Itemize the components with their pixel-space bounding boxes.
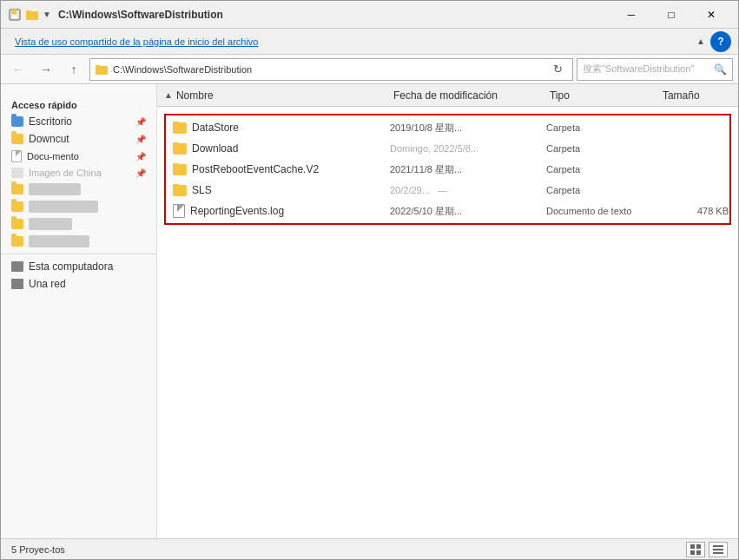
search-bar[interactable]: 搜索"SoftwareDistribution" 🔍 — [577, 58, 733, 81]
table-row[interactable]: Download Domingo, 2022/5/8... Carpeta — [166, 138, 729, 159]
address-bar[interactable]: C:\Windows\SoftwareDistribution ↻ — [89, 58, 573, 81]
blurred-text-1: ████ — [29, 183, 81, 195]
view-tiles-button[interactable] — [686, 542, 705, 557]
file-type: Carpeta — [546, 122, 659, 133]
quick-save-icon[interactable] — [8, 8, 22, 22]
sidebar-blurred-2[interactable]: ████ ██ — [1, 198, 156, 215]
table-row[interactable]: ReportingEvents.log 2022/5/10 星期... Docu… — [166, 201, 729, 221]
file-name: PostRebootEventCache.V2 — [192, 163, 319, 175]
help-button[interactable]: ? — [710, 31, 731, 52]
svg-rect-7 — [713, 545, 723, 547]
column-type[interactable]: Tipo — [550, 89, 663, 102]
folder-icon — [173, 122, 187, 134]
folder-icon — [173, 164, 187, 175]
file-type: Carpeta — [546, 164, 659, 175]
blurred-folder-icon-4 — [11, 236, 23, 247]
view-list-button[interactable] — [709, 542, 728, 557]
svg-rect-1 — [11, 10, 16, 14]
window-controls: ─ □ ✕ — [611, 1, 731, 29]
pin-icon-images: 📌 — [135, 168, 146, 178]
forward-button[interactable]: → — [34, 57, 58, 82]
column-size[interactable]: Tamaño — [663, 89, 732, 102]
folder-icon — [173, 143, 187, 155]
ribbon-expand: ▲ ? — [696, 31, 731, 52]
svg-rect-3 — [690, 544, 695, 549]
images-icon — [11, 168, 23, 178]
column-date[interactable]: Fecha de modificación — [393, 89, 550, 102]
file-name: SLS — [192, 184, 212, 196]
sidebar-item-network[interactable]: Una red — [1, 275, 156, 293]
navigation-bar: ← → ↑ C:\Windows\SoftwareDistribution ↻ … — [1, 55, 738, 84]
file-name-cell: DataStore — [173, 122, 390, 134]
sidebar-item-documents[interactable]: Docu-mento 📌 — [1, 148, 156, 165]
sidebar: Acceso rápido Escritorio 📌 Downcut 📌 Doc… — [1, 84, 157, 538]
desktop-label: Escritorio — [29, 115, 72, 128]
minimize-button[interactable]: ─ — [611, 1, 651, 29]
file-name-cell: ReportingEvents.log — [173, 204, 390, 218]
sidebar-item-downcut[interactable]: Downcut 📌 — [1, 130, 156, 148]
column-headers: ▲ Nombre Fecha de modificación Tipo Tama… — [157, 84, 738, 107]
sort-button[interactable]: ▲ — [164, 89, 173, 102]
status-bar: 5 Proyec-tos — [1, 538, 738, 559]
table-row[interactable]: SLS 20/2/29... — Carpeta — [166, 180, 729, 201]
table-row[interactable]: DataStore 2019/10/8 星期... Carpeta — [166, 117, 729, 138]
svg-rect-5 — [690, 550, 695, 555]
ribbon-collapse-icon[interactable]: ▲ — [696, 36, 705, 46]
sidebar-blurred-4[interactable]: ████ █ — [1, 233, 156, 250]
title-bar-path: C:\Windows\SoftwareDistribution — [58, 9, 611, 21]
downcut-label: Downcut — [29, 133, 69, 145]
up-button[interactable]: ↑ — [62, 57, 86, 82]
file-date: Domingo, 2022/5/8... — [390, 143, 546, 154]
network-label: Una red — [29, 278, 66, 290]
file-type: Documento de texto — [546, 206, 659, 216]
view-controls — [686, 542, 728, 557]
back-button[interactable]: ← — [6, 57, 30, 82]
file-icon — [173, 204, 185, 218]
svg-rect-4 — [696, 544, 701, 549]
file-list: DataStore 2019/10/8 星期... Carpeta Downlo… — [157, 107, 738, 538]
table-row[interactable]: PostRebootEventCache.V2 2021/11/8 星期... … — [166, 159, 729, 180]
sidebar-item-images[interactable]: Imagen de China 📌 — [1, 165, 156, 181]
blurred-text-4: ████ █ — [29, 235, 89, 247]
sidebar-blurred-1[interactable]: ████ — [1, 181, 156, 198]
file-size: 478 KB — [659, 206, 729, 216]
sidebar-item-this-pc[interactable]: Esta computadora — [1, 258, 156, 275]
pin-icon-desktop: 📌 — [135, 117, 146, 127]
search-icon[interactable]: 🔍 — [714, 63, 727, 76]
blurred-folder-icon-2 — [11, 201, 23, 212]
address-text: C:\Windows\SoftwareDistribution — [113, 64, 548, 75]
file-explorer-window: ▼ C:\Windows\SoftwareDistribution ─ □ ✕ … — [0, 0, 739, 560]
file-name: Download — [192, 142, 238, 155]
file-date: 2022/5/10 星期... — [390, 205, 546, 218]
pin-icon-downcut: 📌 — [135, 135, 146, 144]
selection-box: DataStore 2019/10/8 星期... Carpeta Downlo… — [164, 114, 731, 225]
documents-label: Docu-mento — [27, 151, 79, 161]
ribbon-tab[interactable]: Vista de uso compartido de la página de … — [8, 33, 265, 50]
this-pc-label: Esta computadora — [29, 260, 113, 273]
search-placeholder: 搜索"SoftwareDistribution" — [583, 63, 714, 76]
folder-icon — [25, 8, 39, 22]
pin-icon-documents: 📌 — [135, 152, 146, 161]
file-type: Carpeta — [546, 143, 659, 154]
title-bar-icons: ▼ — [8, 8, 51, 22]
close-button[interactable]: ✕ — [691, 1, 731, 29]
file-date: 20/2/29... — — [390, 185, 546, 195]
file-date: 2019/10/8 星期... — [390, 122, 546, 135]
maximize-button[interactable]: □ — [651, 1, 691, 29]
file-name: DataStore — [192, 122, 239, 134]
images-label: Imagen de China — [29, 168, 102, 178]
svg-rect-8 — [713, 549, 723, 550]
column-name[interactable]: Nombre — [176, 89, 393, 102]
dropdown-arrow-icon[interactable]: ▼ — [43, 10, 51, 19]
file-name: ReportingEvents.log — [190, 205, 284, 217]
file-name-cell: Download — [173, 142, 390, 155]
sidebar-item-desktop[interactable]: Escritorio 📌 — [1, 113, 156, 130]
blurred-text-2: ████ ██ — [29, 201, 98, 213]
title-bar: ▼ C:\Windows\SoftwareDistribution ─ □ ✕ — [1, 1, 738, 29]
svg-rect-9 — [713, 552, 723, 554]
refresh-button[interactable]: ↻ — [548, 60, 567, 79]
file-list-area: ▲ Nombre Fecha de modificación Tipo Tama… — [157, 84, 738, 538]
documents-icon — [11, 150, 22, 162]
blurred-text-3: ████ — [29, 218, 72, 230]
sidebar-blurred-3[interactable]: ████ — [1, 215, 156, 233]
